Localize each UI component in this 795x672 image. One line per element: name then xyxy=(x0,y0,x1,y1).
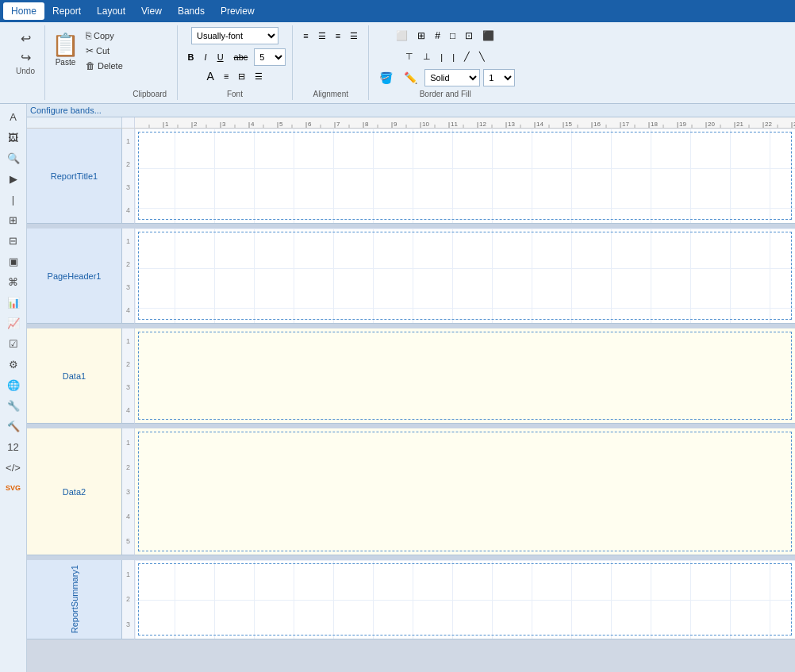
border-right-button[interactable]: | xyxy=(448,48,459,66)
align-left-button[interactable]: ≡ xyxy=(299,27,312,44)
border-inner-button[interactable]: # xyxy=(431,27,444,44)
menu-bands[interactable]: Bands xyxy=(170,2,213,20)
italic-button[interactable]: I xyxy=(201,48,211,66)
font-size-inc-button[interactable]: A xyxy=(203,67,218,85)
border-custom-button[interactable]: ⊡ xyxy=(461,27,477,44)
align-right-button[interactable]: ≡ xyxy=(332,27,344,44)
border-fill-group: ⬜ ⊞ # □ ⊡ ⬛ ⊤ ⊥ | | ╱ ╲ 🪣 ✏️ Solid Dashe… xyxy=(369,25,521,100)
paste-button[interactable]: 📋 Paste xyxy=(52,27,79,71)
border-diag1-button[interactable]: ╱ xyxy=(460,48,474,66)
font-group: Usually-font B I U abc 5 6 8 10 12 14 A … xyxy=(178,25,294,100)
border-diag2-button[interactable]: ╲ xyxy=(475,48,489,66)
redo-button[interactable]: ↪ xyxy=(13,48,38,67)
delete-button[interactable]: 🗑 Delete xyxy=(83,59,126,73)
clipboard-actions: ⎘ Copy ✂ Cut 🗑 Delete xyxy=(83,27,126,73)
align-row1: ≡ ☰ ≡ ☰ xyxy=(299,27,362,44)
menu-bar: Home Report Layout View Bands Preview xyxy=(0,0,795,22)
border-none-button[interactable]: □ xyxy=(446,27,459,44)
border-icons-row2: ⊤ ⊥ | | ╱ ╲ xyxy=(401,48,489,66)
paste-icon: 📋 xyxy=(52,32,79,58)
menu-home[interactable]: Home xyxy=(3,2,44,20)
strikethrough-button[interactable]: abc xyxy=(230,48,252,66)
undo-label: Undo xyxy=(16,67,35,75)
border-icons-row1: ⬜ ⊞ # □ ⊡ ⬛ xyxy=(392,27,498,44)
cut-icon: ✂ xyxy=(86,45,94,56)
menu-preview[interactable]: Preview xyxy=(213,2,263,20)
clipboard-group: 📋 Paste ⎘ Copy ✂ Cut 🗑 Delete Clipboard xyxy=(45,25,178,100)
fill-row: 🪣 ✏️ Solid Dashed Dotted 1 2 3 xyxy=(375,69,515,86)
menu-report[interactable]: Report xyxy=(44,2,89,20)
font-select[interactable]: Usually-font xyxy=(191,27,278,44)
size-select[interactable]: 5 6 8 10 12 14 xyxy=(254,48,286,66)
border-top-button[interactable]: ⊤ xyxy=(401,48,417,66)
menu-view[interactable]: View xyxy=(133,2,170,20)
border-outside-button[interactable]: ⬜ xyxy=(392,27,412,44)
cut-button[interactable]: ✂ Cut xyxy=(83,44,126,58)
font-label: Font xyxy=(227,90,243,98)
font-icon-row: A ≡ ⊟ ☰ xyxy=(203,67,267,85)
undo-group: ↩ ↪ Undo xyxy=(6,25,45,100)
align-justify-button[interactable]: ☰ xyxy=(346,27,362,44)
menu-layout[interactable]: Layout xyxy=(89,2,133,20)
fill-color-button[interactable]: 🪣 xyxy=(375,69,397,86)
alignment-group: ≡ ☰ ≡ ☰ Alignment xyxy=(293,25,369,100)
font-bars1-button[interactable]: ≡ xyxy=(220,67,232,85)
underline-button[interactable]: U xyxy=(213,48,228,66)
bold-button[interactable]: B xyxy=(184,48,198,66)
undo-button[interactable]: ↩ xyxy=(13,29,38,48)
delete-icon: 🗑 xyxy=(86,60,95,71)
font-bars3-button[interactable]: ☰ xyxy=(251,67,267,85)
border-style1-button[interactable]: ⬛ xyxy=(478,27,498,44)
border-width-select[interactable]: 1 2 3 xyxy=(483,69,515,86)
border-bottom-button[interactable]: ⊥ xyxy=(419,48,435,66)
copy-icon: ⎘ xyxy=(86,30,91,41)
font-row1: Usually-font xyxy=(191,27,278,44)
copy-button[interactable]: ⎘ Copy xyxy=(83,29,126,43)
font-bars2-button[interactable]: ⊟ xyxy=(234,67,249,85)
line-color-button[interactable]: ✏️ xyxy=(400,69,421,86)
border-fill-label: Border and Fill xyxy=(420,90,471,98)
border-style-select[interactable]: Solid Dashed Dotted xyxy=(424,69,480,86)
border-left-button[interactable]: | xyxy=(436,48,447,66)
align-center-button[interactable]: ☰ xyxy=(314,27,330,44)
border-all-button[interactable]: ⊞ xyxy=(413,27,429,44)
clipboard-label: Clipboard xyxy=(129,90,171,98)
alignment-label: Alignment xyxy=(313,90,348,98)
font-row2: B I U abc 5 6 8 10 12 14 xyxy=(184,48,286,66)
ribbon: ↩ ↪ Undo 📋 Paste ⎘ Copy ✂ Cut 🗑 Delete C… xyxy=(0,22,795,104)
